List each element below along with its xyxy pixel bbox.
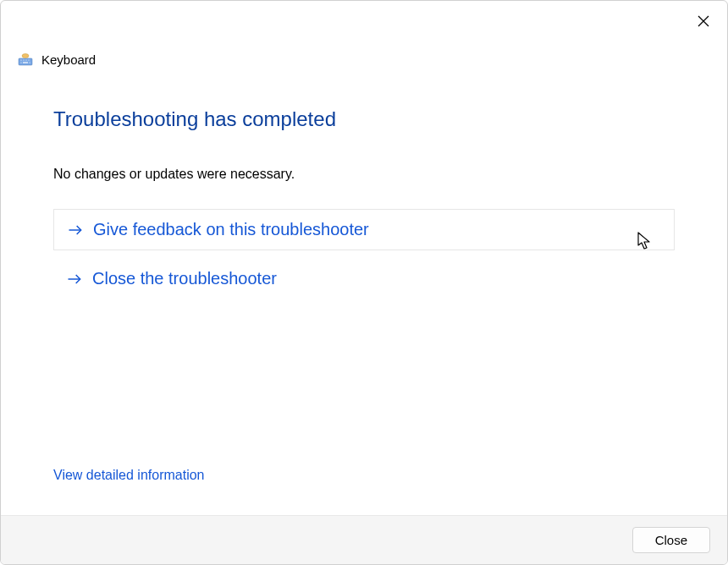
svg-rect-8 (23, 62, 28, 63)
svg-point-6 (28, 59, 29, 60)
close-troubleshooter-option[interactable]: Close the troubleshooter (53, 259, 675, 299)
svg-point-9 (29, 62, 30, 63)
svg-rect-2 (19, 58, 32, 65)
close-button[interactable]: Close (632, 527, 710, 553)
give-feedback-label: Give feedback on this troubleshooter (93, 220, 369, 239)
close-icon (698, 15, 709, 27)
svg-point-10 (22, 54, 29, 58)
arrow-right-icon (66, 221, 85, 239)
page-heading: Troubleshooting has completed (53, 107, 675, 131)
svg-point-7 (20, 62, 21, 63)
give-feedback-option[interactable]: Give feedback on this troubleshooter (53, 209, 675, 250)
view-details-link[interactable]: View detailed information (53, 468, 204, 483)
svg-point-4 (23, 59, 24, 60)
arrow-right-icon (65, 270, 84, 288)
svg-point-3 (20, 59, 21, 60)
status-text: No changes or updates were necessary. (53, 167, 675, 182)
keyboard-icon (18, 52, 33, 67)
window-title: Keyboard (41, 52, 96, 67)
close-troubleshooter-label: Close the troubleshooter (92, 269, 277, 288)
footer: Close (1, 515, 727, 564)
header: Keyboard (1, 1, 727, 67)
window-close-button[interactable] (693, 11, 714, 31)
svg-point-5 (25, 59, 26, 60)
